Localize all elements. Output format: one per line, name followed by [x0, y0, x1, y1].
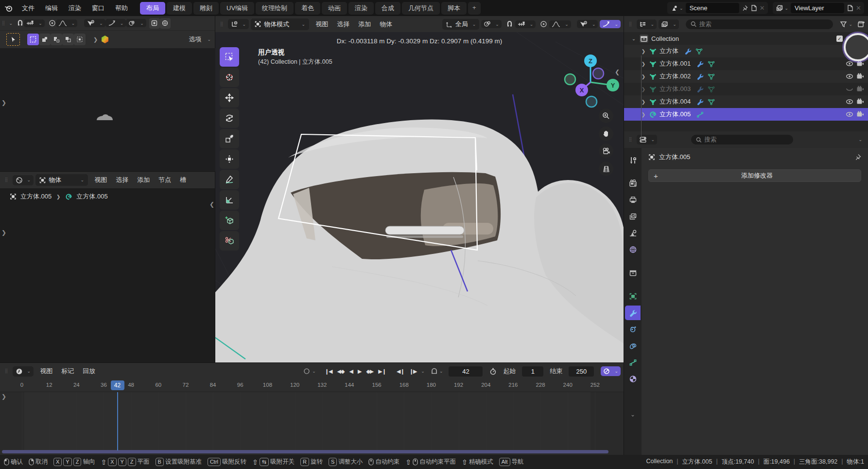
editor-type-chevron[interactable]: ⌄: [9, 21, 13, 26]
move-tool[interactable]: [220, 88, 239, 108]
node-menu-3[interactable]: 节点: [154, 174, 175, 186]
topbar-menu-3[interactable]: 窗口: [87, 2, 110, 15]
render-visibility-icon[interactable]: [856, 111, 864, 118]
secondary-viewport-canvas[interactable]: ❯: [0, 48, 215, 171]
toggle-ortho-button[interactable]: [599, 162, 613, 176]
properties-tab-collection[interactable]: [625, 266, 641, 280]
transform-orientation-button[interactable]: 全局⌄: [442, 19, 480, 30]
node-menu-0[interactable]: 视图: [90, 174, 111, 186]
render-visibility-icon[interactable]: [856, 73, 864, 80]
outliner-row[interactable]: ❯立方体.003: [624, 83, 868, 95]
viewport-menu-3[interactable]: 物体: [375, 18, 397, 30]
properties-options-chevron[interactable]: ⌄: [858, 137, 862, 142]
scene-browse-icon[interactable]: ⌄: [670, 4, 683, 12]
outliner-row-collection[interactable]: ⌄Collection✓: [624, 32, 868, 45]
workspace-tab-3[interactable]: UV编辑: [220, 2, 254, 15]
editor-type-button[interactable]: ⌄: [637, 135, 658, 144]
breadcrumb-nodetree-name[interactable]: 立方体.005: [76, 192, 107, 201]
topbar-menu-4[interactable]: 帮助: [110, 2, 133, 15]
workspace-tab-5[interactable]: 着色: [295, 2, 320, 15]
gizmo-arrow-button[interactable]: ⌄: [105, 19, 126, 27]
node-sidebar-chevron[interactable]: ❮: [209, 201, 214, 208]
timeline-scrollbar[interactable]: [2, 450, 608, 453]
shading-mode-toggle[interactable]: [160, 18, 171, 29]
transform-tool[interactable]: [220, 149, 239, 169]
object-name[interactable]: 立方体: [660, 47, 678, 55]
properties-object-name[interactable]: 立方体.005: [659, 153, 690, 162]
hide-eye-icon[interactable]: [846, 111, 853, 118]
node-menu-1[interactable]: 选择: [111, 174, 133, 186]
tweak-tool-button[interactable]: [6, 33, 20, 46]
step-options-chevron[interactable]: ⌄: [421, 369, 425, 374]
drag-handle[interactable]: ⣿: [220, 23, 224, 25]
breadcrumb-object-name[interactable]: 立方体.005: [20, 192, 52, 201]
workspace-tab-7[interactable]: 渲染: [348, 2, 374, 15]
node-panel-chevron[interactable]: ❯: [1, 229, 6, 236]
display-mode-button[interactable]: ⌄: [659, 19, 679, 29]
start-frame-field[interactable]: 1: [522, 366, 543, 377]
topbar-menu-0[interactable]: 文件: [17, 2, 40, 15]
properties-tab-modifiers[interactable]: [625, 306, 641, 320]
overlays-button[interactable]: ⌄: [126, 19, 146, 27]
properties-tab-scene[interactable]: [625, 226, 641, 240]
collapse-chevron[interactable]: ⌄: [631, 36, 637, 41]
properties-tab-view-layer[interactable]: [625, 209, 641, 224]
tabs-scroll-chevron[interactable]: ⌄: [630, 411, 635, 418]
workspace-tab-10[interactable]: 脚本: [441, 2, 467, 15]
unlink-scene-icon[interactable]: ✕: [760, 4, 765, 12]
timeline-menu-1[interactable]: 标记: [57, 365, 78, 377]
select-invert-button[interactable]: [62, 34, 74, 45]
workspace-tab-0[interactable]: 布局: [140, 2, 165, 15]
current-frame-indicator[interactable]: 42: [111, 380, 124, 390]
viewport-sidebar-chevron[interactable]: ❮: [615, 69, 620, 75]
object-name[interactable]: 立方体.005: [660, 110, 691, 119]
viewlayer-name-field[interactable]: ViewLayer: [791, 3, 844, 13]
options-chevron[interactable]: ⌄: [207, 37, 211, 42]
rotate-tool[interactable]: [220, 108, 239, 128]
viewport-menu-2[interactable]: 添加: [354, 18, 375, 30]
falloff-button[interactable]: ⌄: [56, 19, 78, 27]
frame-back-button[interactable]: ◀❙: [395, 367, 406, 376]
pin-icon[interactable]: [854, 154, 861, 161]
drag-handle[interactable]: ⣿: [5, 179, 9, 181]
jump-to-start-button[interactable]: ❙◀: [323, 367, 334, 376]
add-workspace-button[interactable]: +: [468, 2, 481, 15]
timeline-menu-2[interactable]: 回放: [78, 365, 100, 377]
snap-magnet-icon[interactable]: [17, 19, 24, 27]
remove-viewlayer-icon[interactable]: ✕: [856, 4, 861, 12]
workspace-tab-9[interactable]: 几何节点: [402, 2, 440, 15]
tool-settings-expand[interactable]: ❯: [93, 36, 98, 43]
auto-keying-toggle[interactable]: ⌄: [303, 367, 316, 375]
properties-tab-object-data[interactable]: [625, 355, 641, 370]
render-visibility-icon[interactable]: [856, 98, 864, 105]
object-name[interactable]: 立方体.001: [660, 59, 691, 68]
node-menu-4[interactable]: 槽: [175, 174, 191, 186]
viewport-menu-1[interactable]: 选择: [332, 18, 354, 30]
select-box-mode-button[interactable]: [27, 34, 39, 45]
hide-eye-icon[interactable]: [846, 86, 853, 92]
pivot-point-button[interactable]: ⌄: [481, 20, 502, 28]
properties-search-input[interactable]: [704, 136, 788, 143]
workspace-tab-8[interactable]: 合成: [375, 2, 400, 15]
snap-magnet-icon[interactable]: [506, 20, 513, 28]
overlays-toggle[interactable]: ⌄: [600, 20, 621, 28]
playhead[interactable]: [117, 392, 118, 451]
falloff-button[interactable]: ⌄: [549, 20, 571, 28]
properties-tab-object[interactable]: [625, 289, 641, 304]
outliner-row[interactable]: ❯立方体.002: [624, 70, 868, 83]
viewlayer-browse-icon[interactable]: ⌄: [776, 4, 789, 12]
workspace-tab-4[interactable]: 纹理绘制: [256, 2, 294, 15]
camera-view-button[interactable]: [599, 144, 613, 158]
render-visibility-icon[interactable]: [856, 86, 864, 92]
properties-tab-constraints[interactable]: [625, 339, 641, 353]
hide-eye-icon[interactable]: [846, 60, 853, 67]
drag-handle[interactable]: ⣿: [2, 22, 6, 24]
snap-target-button[interactable]: ⌄: [515, 20, 536, 28]
snap-target-button[interactable]: ⌄: [24, 19, 45, 27]
add-cube-tool[interactable]: [220, 211, 239, 230]
render-visibility-icon[interactable]: [856, 60, 864, 67]
select-intersect-button[interactable]: [74, 34, 86, 45]
pan-hand-button[interactable]: [599, 126, 613, 141]
node-menu-2[interactable]: 添加: [133, 174, 154, 186]
timeline-track-area[interactable]: [0, 392, 624, 451]
